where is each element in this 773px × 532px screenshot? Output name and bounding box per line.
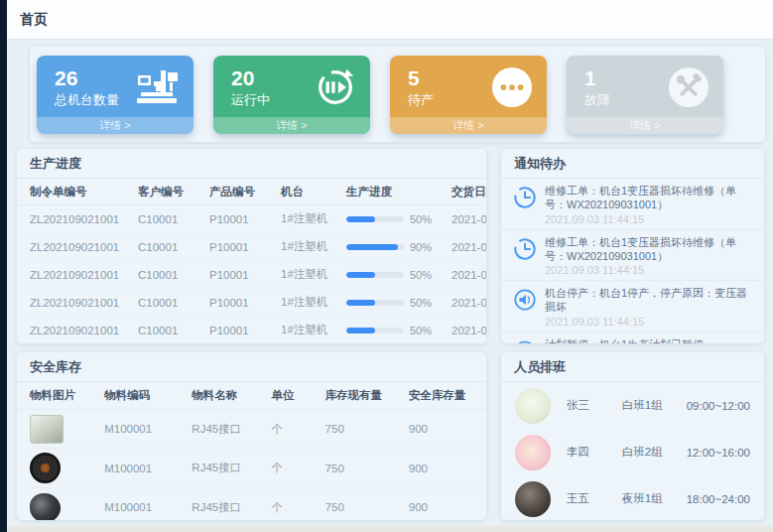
- table-header-row: 制令单编号 客户编号 产品编号 机台 生产进度 交货日期: [17, 179, 486, 205]
- table-row: ZL202109021001 C10001 P10001 1#注塑机 50% 2…: [17, 289, 486, 317]
- stat-card-body: 26 总机台数量: [37, 56, 193, 117]
- panel-title: 人员排班: [501, 352, 764, 382]
- stat-card-body: 1 故障: [567, 56, 723, 117]
- card-detail-link[interactable]: 详情 >: [567, 117, 723, 134]
- speaker-icon: [513, 288, 537, 328]
- notification-time: 2021.09.03 11:44:15: [545, 213, 752, 225]
- staff-group: 白班1组: [622, 398, 687, 413]
- column-header: 物料编码: [100, 382, 188, 410]
- progress-bar: 50%: [346, 325, 444, 336]
- stat-card-total-machines[interactable]: 26 总机台数量 详情 >: [37, 56, 193, 134]
- column-header: 库存现有量: [322, 382, 405, 410]
- table-header-row: 物料图片 物料编码 物料名称 单位 库存现有量 安全库存量: [17, 382, 486, 410]
- stat-card-waiting[interactable]: 5 待产 详情 >: [390, 56, 547, 134]
- material-image-speaker-cone: [30, 493, 61, 520]
- notification-item[interactable]: 机台停产：机台1停产，停产原因：变压器损坏 2021.09.03 11:44:1…: [501, 281, 764, 332]
- staff-group: 白班2组: [622, 445, 687, 460]
- collapsed-sidebar[interactable]: [0, 0, 7, 532]
- machine-icon: [136, 68, 180, 106]
- staff-name: 王五: [567, 491, 622, 506]
- table-row: ZL202109021001 C10001 P10001 1#注塑机 50% 2…: [17, 205, 486, 233]
- stock-table: 物料图片 物料编码 物料名称 单位 库存现有量 安全库存量 M100001 RJ…: [17, 382, 486, 520]
- notification-item[interactable]: 计划暂停：机台1生产计划已暂停 2021.09.03 11:44:15: [501, 332, 764, 343]
- notification-text: 维修工单：机台1变压器损坏待维修（单号：WX202109031001）: [545, 184, 752, 212]
- dashboard-screen: 首页 26 总机台数量: [0, 0, 773, 532]
- stat-label: 总机台数量: [55, 91, 119, 109]
- stat-label: 故障: [584, 91, 610, 109]
- production-table: 制令单编号 客户编号 产品编号 机台 生产进度 交货日期 ZL202109021…: [17, 179, 486, 343]
- stat-cards-row: 26 总机台数量 详情 >: [30, 47, 765, 142]
- staff-row: 李四 白班2组 12:00~16:00: [501, 429, 764, 475]
- table-row: M100001 RJ45接口 个 750 900: [17, 410, 486, 449]
- speaker-icon: [513, 339, 537, 343]
- staff-shift-time: 09:00~12:00: [687, 400, 750, 412]
- column-header: 机台: [277, 179, 342, 205]
- column-header: 物料图片: [17, 382, 100, 410]
- table-row: ZL202109021001 C10001 P10001 1#注塑机 90% 2…: [17, 233, 486, 261]
- staff-row: 张三 白班1组 09:00~12:00: [501, 382, 764, 429]
- ellipsis-icon: [491, 66, 533, 108]
- notification-item[interactable]: 维修工单：机台1变压器损坏待维修（单号：WX202109031001） 2021…: [501, 179, 764, 230]
- progress-bar: 50%: [346, 269, 444, 281]
- stat-card-body: 20 运行中: [213, 56, 370, 117]
- column-header: 安全库存量: [405, 382, 486, 410]
- stat-value: 1: [584, 66, 610, 90]
- production-progress-panel: 生产进度 制令单编号 客户编号 产品编号 机台 生产进度 交货日期 ZL2021…: [17, 149, 486, 343]
- clock-icon: [513, 186, 537, 225]
- staff-row: 王五 夜班1组 18:00~24:00: [501, 475, 764, 520]
- stat-value: 26: [55, 66, 119, 90]
- staff-shift-time: 12:00~16:00: [687, 447, 750, 459]
- column-header: 客户编号: [134, 179, 205, 205]
- running-icon: [315, 66, 356, 108]
- card-detail-link[interactable]: 详情 >: [390, 117, 547, 134]
- stat-cards-panel: 26 总机台数量 详情 >: [30, 47, 765, 142]
- stat-card-running[interactable]: 20 运行中 详情 >: [213, 56, 370, 134]
- avatar: [515, 388, 551, 424]
- column-header: 物料名称: [188, 382, 267, 410]
- card-detail-link[interactable]: 详情 >: [37, 117, 193, 134]
- progress-bar: 50%: [346, 213, 444, 225]
- staff-name: 张三: [567, 398, 622, 413]
- content-area: 26 总机台数量 详情 >: [7, 41, 773, 526]
- panel-title: 通知待办: [501, 149, 764, 179]
- notification-text: 维修工单：机台1变压器损坏待维修（单号：WX202109031001）: [545, 235, 752, 264]
- stat-value: 5: [408, 66, 434, 90]
- safety-stock-panel: 安全库存 物料图片 物料编码 物料名称 单位 库存现有量 安全库存量 M1000…: [17, 352, 486, 520]
- notification-time: 2021.09.03 11:44:15: [545, 316, 752, 328]
- table-row: M100001 RJ45接口 个 750 900: [17, 488, 486, 521]
- stat-card-body: 5 待产: [390, 56, 547, 117]
- tools-icon: [668, 66, 709, 108]
- progress-bar: 90%: [346, 241, 444, 253]
- column-header: 制令单编号: [17, 179, 134, 205]
- clock-icon: [513, 237, 537, 277]
- notification-text: 计划暂停：机台1生产计划已暂停: [545, 337, 704, 343]
- table-row: ZL202109021001 C10001 P10001 1#注塑机 50% 2…: [17, 261, 486, 289]
- progress-bar: 50%: [346, 297, 444, 309]
- table-row: M100001 RJ45接口 个 750 900: [17, 449, 486, 488]
- stat-label: 待产: [408, 91, 434, 109]
- stat-value: 20: [231, 66, 270, 90]
- avatar: [515, 435, 551, 470]
- notification-item[interactable]: 维修工单：机台1变压器损坏待维修（单号：WX202109031001） 2021…: [501, 230, 764, 282]
- panel-title: 生产进度: [17, 149, 486, 179]
- notification-time: 2021.09.03 11:44:15: [545, 264, 752, 276]
- staff-shift-time: 18:00~24:00: [687, 493, 750, 505]
- material-image-speaker: [30, 453, 61, 483]
- staff-schedule-panel: 人员排班 张三 白班1组 09:00~12:00 李四 白班2组 12:00~1…: [501, 352, 764, 520]
- tab-home[interactable]: 首页: [20, 11, 48, 29]
- staff-group: 夜班1组: [622, 491, 687, 506]
- stat-label: 运行中: [231, 91, 270, 109]
- horizontal-scrollbar[interactable]: [7, 526, 773, 532]
- staff-name: 李四: [567, 445, 622, 460]
- stat-card-fault[interactable]: 1 故障: [567, 56, 723, 134]
- column-header: 交货日期: [448, 179, 486, 205]
- column-header: 生产进度: [342, 179, 448, 205]
- column-header: 单位: [268, 382, 322, 410]
- material-image-rj45: [30, 415, 64, 444]
- notifications-panel: 通知待办 维修工单：机台1变压器损坏待维修（单号：WX202109031001）…: [501, 149, 764, 343]
- column-header: 产品编号: [205, 179, 277, 205]
- panel-title: 安全库存: [17, 352, 486, 382]
- table-row: ZL202109021001 C10001 P10001 1#注塑机 50% 2…: [17, 317, 486, 344]
- card-detail-link[interactable]: 详情 >: [213, 117, 370, 134]
- tab-bar: 首页: [7, 0, 773, 40]
